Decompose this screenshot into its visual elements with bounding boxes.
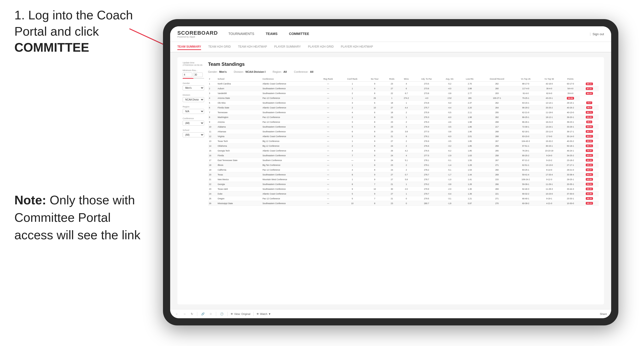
watch-btn[interactable]: 👁 Watch ▼ — [256, 313, 271, 315]
view-original-label: View: Original — [234, 313, 250, 315]
conference-select[interactable]: (All) — [183, 121, 204, 126]
toolbar-sep1 — [197, 312, 197, 316]
nav-teams[interactable]: TEAMS — [265, 30, 278, 38]
nav-committee[interactable]: COMMITTEE — [288, 30, 310, 38]
nav-tournaments[interactable]: TOURNAMENTS — [228, 30, 255, 38]
watch-label: Watch — [260, 313, 268, 315]
toolbar-sep4 — [253, 312, 254, 316]
region-select[interactable]: N/A — [183, 109, 204, 114]
school-label: School — [183, 129, 204, 131]
table-row: 13Texas TechBig 12 Conference—19272276.9… — [208, 139, 599, 144]
col-school: School — [217, 77, 262, 82]
table-row: 1North CarolinaAtlantic Coast Conference… — [208, 82, 599, 86]
sub-nav-player-h2h-heatmap[interactable]: PLAYER H2H HEATMAP — [341, 44, 373, 50]
table-row: 19CaliforniaPac-12 Conference—48242278.2… — [208, 168, 599, 172]
points-badge: 63.49 — [586, 116, 593, 118]
division-select[interactable]: NCAA Division I — [183, 97, 204, 102]
logo-area: SCOREBOARD Powered by clippd — [177, 30, 218, 38]
min-rounds-input[interactable] — [183, 72, 192, 77]
toolbar-back[interactable]: ← — [174, 312, 179, 316]
toolbar-reload[interactable]: ↻ — [190, 312, 194, 316]
points-badge: 80.71 — [586, 111, 593, 114]
col-reg-rank: Reg Rank — [316, 77, 340, 82]
sub-nav-team-h2h-grid[interactable]: TEAM H2H GRID — [208, 44, 231, 50]
table-row: 7TennesseeSoutheastern Conference—461822… — [208, 110, 599, 115]
table-row: 9ArizonaPac-12 Conference—38232276.3-4.6… — [208, 120, 599, 124]
division-label: Division — [183, 94, 204, 96]
points-badge: 86.08 — [567, 97, 574, 100]
sub-nav-player-summary[interactable]: PLAYER SUMMARY — [274, 44, 301, 50]
region-control: Region N/A — [183, 106, 204, 114]
division-control: Division NCAA Division I — [183, 94, 204, 102]
col-vs-top50: Vs Top 50 — [537, 77, 561, 82]
slider-container — [183, 78, 204, 79]
points-badge: 68.94 — [586, 140, 593, 142]
watch-icon: 👁 — [256, 313, 259, 315]
col-conf-rank: Conf Rank — [340, 77, 365, 82]
max-rounds-input[interactable] — [193, 72, 203, 77]
col-vs-top25: Vs Top 25 — [514, 77, 537, 82]
gender-filter-label: Gender: — [208, 70, 218, 73]
table-row: 20TexasSoutheastern Conference—89270.727… — [208, 172, 599, 177]
view-original-btn[interactable]: 👁 View: Original — [230, 313, 250, 315]
step-number: 1. — [14, 8, 25, 22]
table-row: 8WashingtonPac-12 Conference—28231276.3-… — [208, 115, 599, 120]
nav-bar: SCOREBOARD Powered by clippd TOURNAMENTS… — [170, 26, 611, 42]
toolbar-bookmark[interactable]: ☆ — [208, 312, 213, 316]
school-select[interactable]: (All) — [183, 132, 204, 137]
table-row: 21New MexicoMountain West Conference—192… — [208, 177, 599, 182]
view-icon: 👁 — [230, 313, 233, 315]
division-filter-label: Division: — [234, 70, 244, 73]
points-badge: 86.64 — [586, 92, 593, 95]
toolbar-forward[interactable]: → — [182, 312, 187, 316]
content-card: Update time: 27/03/2024 16:56:26 Minimum… — [177, 57, 604, 304]
table-row: 24DukeAtlantic Coast Conference—59271279… — [208, 191, 599, 196]
nav-items: TOURNAMENTS TEAMS COMMITTEE — [228, 30, 590, 38]
table-row: 10AlabamaSoutheastern Conference—5823327… — [208, 124, 599, 129]
sub-nav-team-h2h-heatmap[interactable]: TEAM H2H HEATMAP — [238, 44, 267, 50]
sign-out-link[interactable]: Sign out — [592, 32, 604, 36]
table-row: 22GeorgiaSoutheastern Conference—8721127… — [208, 182, 599, 187]
sub-nav-team-summary[interactable]: TEAM SUMMARY — [177, 44, 201, 50]
col-overall: Overall Record — [480, 77, 514, 82]
table-row: 14OklahomaBig 12 Conference—28242276.6-3… — [208, 144, 599, 148]
toolbar-sep2 — [216, 312, 216, 316]
conference-filter-label: Conference: — [294, 70, 308, 73]
points-badge: 80.9 — [586, 106, 592, 109]
col-wins: Wins — [399, 77, 414, 82]
points-badge: 66.91 — [586, 173, 593, 176]
slider-fill — [183, 78, 194, 79]
sub-nav: TEAM SUMMARY TEAM H2H GRID TEAM H2H HEAT… — [170, 42, 611, 52]
division-filter-value: NCAA Division I — [246, 70, 265, 73]
points-badge: 87.21 — [586, 87, 593, 90]
sub-nav-player-h2h-grid[interactable]: PLAYER H2H GRID — [308, 44, 334, 50]
table-row: 11ArkansasSoutheastern Conference—68233.… — [208, 129, 599, 134]
table-row: 17East Tennessee StateSouthern Conferenc… — [208, 158, 599, 163]
col-adj-to-par: Adj. To Par — [414, 77, 440, 82]
col-rank: # — [208, 77, 217, 82]
points-badge: 65.08 — [586, 178, 593, 181]
slider-track — [183, 78, 204, 79]
col-rnds: Rnds — [385, 77, 399, 82]
col-low-rd: Low Rd. — [460, 77, 480, 82]
table-row: 16FloridaSoutheastern Conference—7924427… — [208, 153, 599, 158]
toolbar-clock[interactable]: 🕑 — [219, 312, 224, 316]
standings-table-container: # School Conference Reg Rank Conf Rank N… — [208, 77, 599, 300]
table-row: 18IllinoisBig Ten Conference—18232279.1-… — [208, 163, 599, 168]
note-label: Note: — [14, 193, 46, 207]
col-points: Points — [561, 77, 580, 82]
table-row: 5Ole MissSoutheastern Conference—3618127… — [208, 101, 599, 105]
table-row: 2AuburnSoutheastern Conference—19276273.… — [208, 86, 599, 91]
left-controls: Update time: 27/03/2024 16:56:26 Minimum… — [183, 61, 204, 300]
gender-select[interactable]: Men's — [183, 85, 204, 90]
points-badge: 42.98 — [586, 192, 593, 195]
table-row: 26Mississippi StateSoutheastern Conferen… — [208, 201, 599, 206]
tablet-screen: SCOREBOARD Powered by clippd TOURNAMENTS… — [170, 26, 611, 318]
share-btn[interactable]: Share — [600, 313, 607, 315]
conference-label: Conference — [183, 117, 204, 120]
logo-sub: Powered by clippd — [177, 36, 218, 38]
toolbar-share-icon[interactable]: 🔗 — [200, 312, 206, 316]
division-filter: Division: NCAA Division I — [234, 70, 266, 73]
instruction-area: 1. Log into the Coach Portal and click C… — [14, 7, 154, 65]
note-text: Note: Only those with Committee Portal a… — [14, 191, 151, 244]
